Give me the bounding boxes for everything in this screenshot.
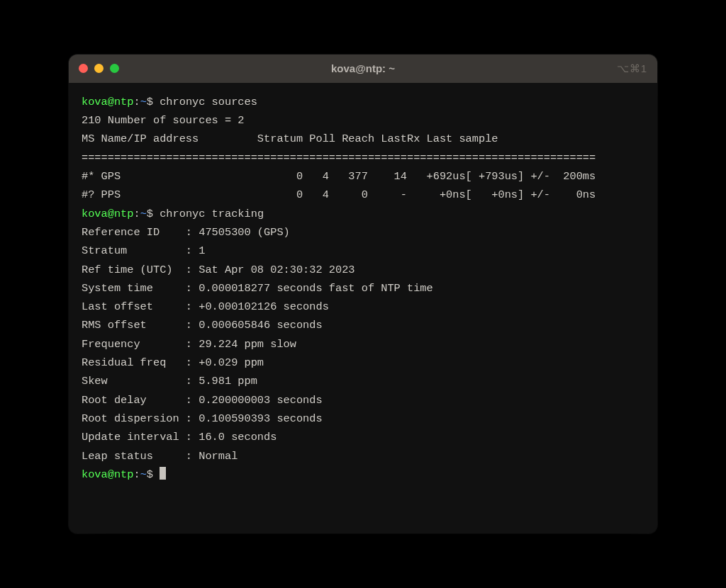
prompt-path: ~ — [140, 208, 147, 220]
tracking-frequency: Frequency : 29.224 ppm slow — [82, 338, 296, 351]
tracking-skew: Skew : 5.981 ppm — [82, 375, 257, 388]
prompt-sep: : — [133, 96, 140, 108]
window-shortcut-label: ⌥⌘1 — [617, 62, 647, 75]
sources-count: 210 Number of sources = 2 — [82, 114, 245, 127]
tracking-root-dispersion: Root dispersion : 0.100590393 seconds — [82, 412, 323, 425]
zoom-icon[interactable] — [110, 64, 119, 73]
window-title: kova@ntp: ~ — [331, 62, 395, 74]
minimize-icon[interactable] — [94, 64, 104, 73]
prompt-user: kova@ntp — [82, 96, 133, 108]
tracking-stratum: Stratum : 1 — [82, 244, 205, 257]
prompt-symbol: $ — [147, 96, 153, 108]
close-icon[interactable] — [79, 64, 88, 73]
tracking-update-interval: Update interval : 16.0 seconds — [82, 431, 277, 443]
prompt-user: kova@ntp — [82, 468, 133, 481]
command-2: chronyc tracking — [160, 208, 264, 220]
tracking-reference-id: Reference ID : 47505300 (GPS) — [82, 226, 290, 239]
titlebar: kova@ntp: ~ ⌥⌘1 — [69, 55, 657, 83]
tracking-residual-freq: Residual freq : +0.029 ppm — [82, 356, 264, 369]
prompt-symbol: $ — [147, 468, 153, 481]
terminal-window: kova@ntp: ~ ⌥⌘1 kova@ntp:~$ chronyc sour… — [69, 55, 657, 533]
command-1: chronyc sources — [160, 96, 257, 108]
prompt-symbol: $ — [147, 208, 153, 220]
prompt-sep: : — [133, 468, 140, 481]
prompt-path: ~ — [140, 468, 147, 481]
tracking-system-time: System time : 0.000018277 seconds fast o… — [82, 282, 433, 295]
terminal-body[interactable]: kova@ntp:~$ chronyc sources 210 Number o… — [69, 83, 657, 533]
tracking-leap-status: Leap status : Normal — [82, 450, 238, 463]
prompt-line: kova@ntp:~$ chronyc sources — [82, 96, 257, 108]
prompt-line: kova@ntp:~$ chronyc tracking — [82, 208, 264, 220]
tracking-ref-time: Ref time (UTC) : Sat Apr 08 02:30:32 202… — [82, 264, 355, 276]
tracking-rms-offset: RMS offset : 0.000605846 seconds — [82, 319, 323, 332]
traffic-lights — [79, 64, 119, 73]
sources-header: MS Name/IP address Stratum Poll Reach La… — [82, 132, 498, 145]
prompt-user: kova@ntp — [82, 208, 133, 220]
cursor-icon — [160, 467, 166, 480]
sources-row-pps: #? PPS 0 4 0 - +0ns[ +0ns] +/- 0ns — [82, 188, 596, 201]
prompt-sep: : — [133, 208, 140, 220]
sources-row-gps: #* GPS 0 4 377 14 +692us[ +793us] +/- 20… — [82, 170, 596, 183]
prompt-path: ~ — [140, 96, 147, 108]
tracking-last-offset: Last offset : +0.000102126 seconds — [82, 300, 329, 313]
tracking-root-delay: Root delay : 0.200000003 seconds — [82, 394, 323, 407]
sources-divider: ========================================… — [82, 152, 596, 164]
prompt-line: kova@ntp:~$ — [82, 468, 166, 481]
